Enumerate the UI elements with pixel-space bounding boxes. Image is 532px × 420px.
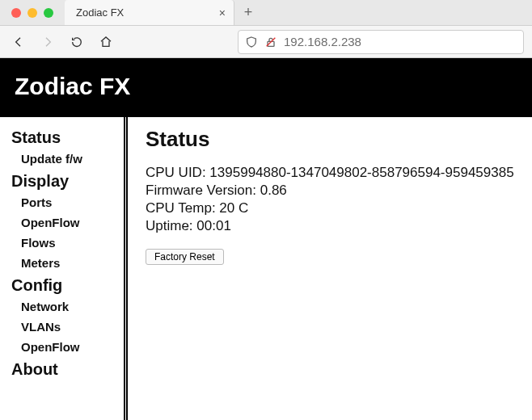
factory-reset-button[interactable]: Factory Reset bbox=[146, 249, 224, 265]
status-firmware: Firmware Version: 0.86 bbox=[146, 183, 517, 199]
main-content: Status CPU UID: 1395994880-1347049802-85… bbox=[128, 117, 532, 420]
label-firmware: Firmware Version: bbox=[146, 183, 256, 198]
browser-toolbar: 192.168.2.238 bbox=[0, 26, 532, 58]
sidebar-heading-about[interactable]: About bbox=[11, 360, 114, 379]
sidebar-item-ports[interactable]: Ports bbox=[21, 195, 114, 209]
new-tab-button[interactable]: + bbox=[234, 0, 262, 25]
close-window-icon[interactable] bbox=[11, 8, 21, 18]
minimize-window-icon[interactable] bbox=[27, 8, 37, 18]
app-body: Status Update f/w Display Ports OpenFlow… bbox=[0, 115, 532, 420]
home-button[interactable] bbox=[95, 32, 116, 52]
value-cpu-temp: 20 C bbox=[219, 200, 248, 216]
sidebar-item-openflow[interactable]: OpenFlow bbox=[21, 216, 114, 229]
close-tab-icon[interactable]: × bbox=[219, 7, 226, 19]
tab-title: Zodiac FX bbox=[76, 6, 213, 19]
sidebar-item-vlans[interactable]: VLANs bbox=[21, 320, 114, 334]
label-cpu-uid: CPU UID: bbox=[146, 165, 206, 180]
value-uptime: 00:01 bbox=[196, 218, 231, 233]
status-uptime: Uptime: 00:01 bbox=[146, 218, 517, 234]
label-uptime: Uptime: bbox=[146, 218, 193, 233]
status-cpu-uid: CPU UID: 1395994880-1347049802-858796594… bbox=[146, 165, 517, 181]
label-cpu-temp: CPU Temp: bbox=[146, 200, 216, 216]
page-title: Status bbox=[146, 127, 517, 152]
browser-chrome: Zodiac FX × + 192.168.2.238 bbox=[0, 0, 532, 58]
app-title: Zodiac FX bbox=[0, 58, 532, 115]
sidebar-item-update-fw[interactable]: Update f/w bbox=[21, 152, 114, 166]
sidebar-item-network[interactable]: Network bbox=[21, 300, 114, 313]
forward-button[interactable] bbox=[37, 32, 58, 52]
value-firmware: 0.86 bbox=[260, 183, 287, 198]
window-controls bbox=[0, 0, 65, 25]
back-button[interactable] bbox=[8, 32, 29, 52]
lock-insecure-icon[interactable] bbox=[264, 36, 277, 48]
sidebar-item-meters[interactable]: Meters bbox=[21, 256, 114, 270]
shield-icon[interactable] bbox=[245, 36, 258, 48]
value-cpu-uid: 1395994880-1347049802-858796594-95945938… bbox=[209, 165, 513, 180]
sidebar-heading-config[interactable]: Config bbox=[11, 276, 114, 295]
tab-bar: Zodiac FX × + bbox=[0, 0, 532, 26]
maximize-window-icon[interactable] bbox=[44, 8, 53, 18]
sidebar-item-openflow-config[interactable]: OpenFlow bbox=[21, 340, 114, 354]
url-text: 192.168.2.238 bbox=[284, 35, 361, 48]
status-cpu-temp: CPU Temp: 20 C bbox=[146, 200, 517, 216]
browser-tab[interactable]: Zodiac FX × bbox=[65, 0, 234, 25]
sidebar-item-flows[interactable]: Flows bbox=[21, 236, 114, 250]
reload-button[interactable] bbox=[66, 32, 87, 52]
sidebar-heading-status[interactable]: Status bbox=[11, 128, 114, 147]
sidebar: Status Update f/w Display Ports OpenFlow… bbox=[0, 117, 128, 420]
sidebar-heading-display[interactable]: Display bbox=[11, 172, 114, 191]
url-bar[interactable]: 192.168.2.238 bbox=[238, 30, 524, 54]
